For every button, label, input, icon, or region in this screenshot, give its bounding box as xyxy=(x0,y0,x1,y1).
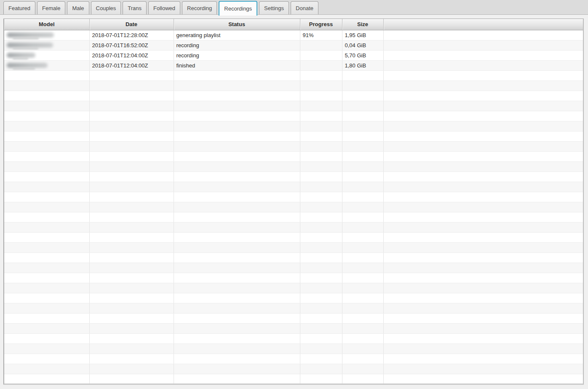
cell-status[interactable]: finished xyxy=(174,60,300,70)
empty-cell xyxy=(174,161,300,172)
cell-model[interactable] xyxy=(4,60,89,70)
tab-trans[interactable]: Trans xyxy=(123,1,147,14)
empty-row xyxy=(4,303,583,313)
tab-female[interactable]: Female xyxy=(37,1,65,14)
empty-cell xyxy=(4,263,89,273)
empty-row xyxy=(4,364,583,374)
empty-row xyxy=(4,182,583,192)
empty-cell xyxy=(300,242,342,252)
empty-cell xyxy=(342,151,383,161)
cell-status[interactable]: recording xyxy=(174,50,300,60)
empty-cell xyxy=(383,293,583,303)
cell-model[interactable] xyxy=(4,50,89,60)
cell-date[interactable]: 2018-07-01T16:52:00Z xyxy=(89,40,174,50)
empty-cell xyxy=(89,273,174,283)
empty-cell xyxy=(89,333,174,343)
empty-cell xyxy=(383,333,583,343)
tab-label: Followed xyxy=(153,5,175,11)
cell-status[interactable]: generating playlist xyxy=(174,30,300,40)
empty-cell xyxy=(174,202,300,212)
tab-donate[interactable]: Donate xyxy=(291,1,318,14)
table-row[interactable]: 2018-07-01T16:52:00Z recording 0,04 GiB xyxy=(4,40,583,50)
empty-cell xyxy=(383,161,583,172)
empty-cell xyxy=(383,273,583,283)
tab-label: Couples xyxy=(96,5,116,11)
tab-label: Male xyxy=(72,5,84,11)
column-header-status[interactable]: Status xyxy=(174,19,300,30)
cell-progress[interactable]: 91% xyxy=(300,30,342,40)
empty-cell xyxy=(4,364,89,374)
cell-size[interactable]: 1,95 GiB xyxy=(342,30,383,40)
empty-cell xyxy=(383,252,583,263)
empty-cell xyxy=(383,141,583,151)
tab-followed[interactable]: Followed xyxy=(148,1,180,14)
cell-size[interactable]: 0,04 GiB xyxy=(342,40,383,50)
empty-cell xyxy=(300,212,342,222)
empty-cell xyxy=(89,343,174,354)
column-header-model[interactable]: Model xyxy=(4,19,89,30)
empty-cell xyxy=(174,232,300,242)
empty-cell xyxy=(89,313,174,323)
table-row[interactable]: 2018-07-01T12:28:00Z generating playlist… xyxy=(4,30,583,40)
tab-recordings[interactable]: Recordings xyxy=(219,1,257,16)
empty-row xyxy=(4,141,583,151)
empty-cell xyxy=(383,131,583,141)
cell-date[interactable]: 2018-07-01T12:04:00Z xyxy=(89,50,174,60)
column-header-filler xyxy=(383,19,583,30)
column-header-size[interactable]: Size xyxy=(342,19,383,30)
empty-row xyxy=(4,131,583,141)
empty-cell xyxy=(342,101,383,111)
empty-cell xyxy=(89,151,174,161)
cell-model[interactable] xyxy=(4,30,89,40)
empty-cell xyxy=(174,131,300,141)
empty-row xyxy=(4,354,583,364)
tab-featured[interactable]: Featured xyxy=(3,1,35,14)
cell-progress[interactable] xyxy=(300,40,342,50)
empty-cell xyxy=(174,313,300,323)
empty-cell xyxy=(174,121,300,131)
empty-cell xyxy=(4,101,89,111)
empty-cell xyxy=(383,354,583,364)
cell-progress[interactable] xyxy=(300,50,342,60)
cell-size[interactable]: 1,80 GiB xyxy=(342,60,383,70)
empty-cell xyxy=(174,252,300,263)
empty-cell xyxy=(174,263,300,273)
empty-cell xyxy=(89,303,174,313)
empty-cell xyxy=(300,80,342,91)
cell-size[interactable]: 5,70 GiB xyxy=(342,50,383,60)
empty-cell xyxy=(89,283,174,293)
empty-cell xyxy=(300,293,342,303)
table-header-row: Model Date Status Progress Size xyxy=(4,19,583,30)
table-row[interactable]: 2018-07-01T12:04:00Z finished 1,80 GiB xyxy=(4,60,583,70)
cell-model[interactable] xyxy=(4,40,89,50)
empty-row xyxy=(4,242,583,252)
tab-settings[interactable]: Settings xyxy=(259,1,289,14)
empty-cell xyxy=(89,242,174,252)
column-header-date[interactable]: Date xyxy=(89,19,174,30)
tab-couples[interactable]: Couples xyxy=(91,1,121,14)
cell-filler xyxy=(383,60,583,70)
cell-date[interactable]: 2018-07-01T12:04:00Z xyxy=(89,60,174,70)
empty-cell xyxy=(342,192,383,202)
empty-cell xyxy=(383,101,583,111)
column-header-progress[interactable]: Progress xyxy=(300,19,342,30)
cell-progress[interactable] xyxy=(300,60,342,70)
empty-cell xyxy=(174,323,300,333)
empty-cell xyxy=(4,232,89,242)
tab-recording[interactable]: Recording xyxy=(182,1,217,14)
empty-cell xyxy=(300,172,342,182)
cell-status[interactable]: recording xyxy=(174,40,300,50)
empty-cell xyxy=(174,70,300,80)
cell-date[interactable]: 2018-07-01T12:28:00Z xyxy=(89,30,174,40)
empty-cell xyxy=(89,111,174,121)
table-row[interactable]: 2018-07-01T12:04:00Z recording 5,70 GiB xyxy=(4,50,583,60)
empty-cell xyxy=(4,172,89,182)
tab-male[interactable]: Male xyxy=(67,1,89,14)
model-name-redacted xyxy=(7,41,53,49)
empty-cell xyxy=(300,343,342,354)
empty-cell xyxy=(383,313,583,323)
empty-cell xyxy=(89,101,174,111)
empty-cell xyxy=(4,293,89,303)
empty-cell xyxy=(300,263,342,273)
empty-row xyxy=(4,70,583,80)
